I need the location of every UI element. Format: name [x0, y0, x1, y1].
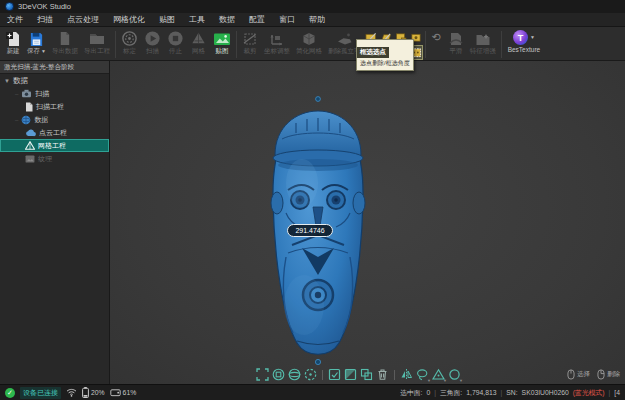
- data-section-label: 数据: [13, 76, 28, 86]
- hint-select: 选择: [567, 369, 590, 380]
- bestexture-dropdown-caret-icon[interactable]: ▼: [530, 35, 535, 40]
- serial-value: SK03IU0H0260: [522, 389, 569, 396]
- coordinate-adjust-label: 坐标调整: [264, 48, 290, 55]
- stop-icon: [167, 30, 184, 47]
- battery-percent: 20%: [91, 389, 105, 396]
- hint-select-label: 选择: [577, 370, 590, 379]
- delete-selection-icon[interactable]: [376, 368, 389, 381]
- mesh-pyramid-icon: [190, 30, 207, 47]
- mode-badge: (蓝光模式): [573, 388, 605, 398]
- wifi-icon: [66, 388, 77, 397]
- main-area: 激光扫描-蓝光-整合阶段 ▼ 数据 – 扫描 扫描工程 – 数据 点云工: [0, 61, 625, 384]
- new-project-label: 新建: [7, 48, 20, 55]
- viewport-toolbar-separator: [394, 370, 395, 380]
- project-sidebar: 激光扫描-蓝光-整合阶段 ▼ 数据 – 扫描 扫描工程 – 数据 点云工: [0, 61, 110, 384]
- feature-enhance-button[interactable]: 特征增强: [467, 29, 499, 56]
- tree-item-data[interactable]: – 数据: [0, 113, 109, 126]
- calibrate-button[interactable]: 标定: [118, 29, 141, 56]
- hint-delete-label: 删除: [607, 370, 620, 379]
- save-dropdown-caret-icon[interactable]: ▼: [41, 49, 46, 54]
- menu-texture[interactable]: 贴图: [152, 13, 182, 26]
- app-logo-icon: [5, 2, 14, 11]
- viewport-toolbar-separator: [322, 370, 323, 380]
- calibrate-label: 标定: [123, 48, 136, 55]
- viewport-3d[interactable]: 291.4746 ▼ ▼ ▼: [110, 61, 625, 384]
- deselect-icon[interactable]: [360, 368, 373, 381]
- titlebar: 3DeVOK Studio: [0, 0, 625, 13]
- document-icon: [25, 102, 33, 112]
- tree-item-label: 网格工程: [38, 141, 66, 151]
- stat-separator: |: [501, 389, 503, 396]
- tree-item-label: 扫描: [35, 89, 49, 99]
- new-project-button[interactable]: 新建: [2, 29, 24, 56]
- smooth-button[interactable]: 平滑: [445, 29, 467, 56]
- menu-config[interactable]: 配置: [242, 13, 272, 26]
- serial-label: SN:: [506, 389, 517, 396]
- simplify-mesh-label: 简化网格: [296, 48, 322, 55]
- pointcloud-icon: [25, 129, 36, 137]
- menu-help[interactable]: 帮助: [302, 13, 332, 26]
- tree-item-scan-project[interactable]: 扫描工程: [0, 100, 109, 113]
- triangles-label: 三角面:: [440, 388, 462, 398]
- bestexture-button[interactable]: T ▼ BesTexture: [504, 29, 545, 54]
- menu-scan[interactable]: 扫描: [30, 13, 60, 26]
- texture-thumb-icon: [25, 155, 35, 163]
- statusbar-stats: 选中面: 0 | 三角面: 1,794,813 | SN: SK03IU0H02…: [400, 388, 620, 398]
- menu-tools[interactable]: 工具: [182, 13, 212, 26]
- tree-item-scan[interactable]: – 扫描: [0, 87, 109, 100]
- smooth-icon: [448, 30, 464, 47]
- simplify-mesh-button[interactable]: 简化网格: [293, 29, 325, 56]
- coordinate-adjust-button[interactable]: 坐标调整: [261, 29, 293, 56]
- disk-indicator: 61%: [110, 388, 137, 397]
- export-project-label: 导出工程: [84, 48, 110, 55]
- circle-select-icon[interactable]: ▼: [448, 368, 461, 381]
- tooltip-body: 选点删除/框选角度: [357, 58, 413, 68]
- menu-window[interactable]: 窗口: [272, 13, 302, 26]
- mesh-triangle-icon: [25, 141, 35, 150]
- tree-item-label: 纹理: [38, 154, 52, 164]
- dropdown-caret-icon: ▼: [443, 378, 447, 383]
- tree-item-pointcloud-project[interactable]: 点云工程: [0, 126, 109, 139]
- hint-delete: 删除: [597, 369, 620, 380]
- selected-faces-label: 选中面:: [400, 388, 422, 398]
- select-invert-icon[interactable]: [344, 368, 357, 381]
- crop-button[interactable]: 裁剪: [239, 29, 261, 56]
- stat-separator: |: [434, 389, 436, 396]
- calibrate-icon: [121, 30, 138, 47]
- fit-view-icon[interactable]: [256, 368, 269, 381]
- export-data-button[interactable]: 导出数据: [49, 29, 81, 56]
- lasso-select-icon[interactable]: ▼: [416, 368, 429, 381]
- feature-enhance-icon: [475, 30, 491, 47]
- save-button[interactable]: 保存▼: [24, 29, 49, 56]
- export-data-icon: [57, 30, 72, 47]
- mouse-hints: 选择 删除: [567, 369, 620, 380]
- menu-mesh[interactable]: 网格优化: [106, 13, 152, 26]
- export-project-button[interactable]: 导出工程: [81, 29, 113, 56]
- triangle-select-icon[interactable]: ▼: [432, 368, 445, 381]
- bestexture-label: BesTexture: [508, 46, 541, 53]
- menu-pointcloud[interactable]: 点云处理: [60, 13, 106, 26]
- scan-start-button[interactable]: 扫描: [141, 29, 164, 56]
- menu-file[interactable]: 文件: [0, 13, 30, 26]
- tree-item-texture[interactable]: 纹理: [0, 152, 109, 165]
- view-front-icon[interactable]: [272, 368, 285, 381]
- undo-icon[interactable]: ⟲: [431, 32, 440, 43]
- tree-item-mesh-project[interactable]: 网格工程: [0, 139, 109, 152]
- selected-faces-value: 0: [426, 389, 430, 396]
- app-title: 3DeVOK Studio: [18, 2, 71, 11]
- connected-check-icon: ✓: [5, 388, 15, 398]
- view-orbit-icon[interactable]: [288, 368, 301, 381]
- flip-normals-icon[interactable]: [400, 368, 413, 381]
- data-section-header[interactable]: ▼ 数据: [0, 74, 109, 87]
- stop-button[interactable]: 停止: [164, 29, 187, 56]
- mouse-left-icon: [567, 369, 575, 380]
- new-file-icon: [5, 30, 21, 47]
- view-reset-icon[interactable]: [304, 368, 317, 381]
- disk-percent: 61%: [123, 389, 137, 396]
- select-all-icon[interactable]: [328, 368, 341, 381]
- mesh-generate-button[interactable]: 网格: [187, 29, 210, 56]
- connection-status: 设备已连接: [20, 387, 61, 399]
- menu-data[interactable]: 数据: [212, 13, 242, 26]
- statusbar-tail: [4: [614, 389, 620, 396]
- texture-map-button[interactable]: 贴图: [210, 29, 234, 56]
